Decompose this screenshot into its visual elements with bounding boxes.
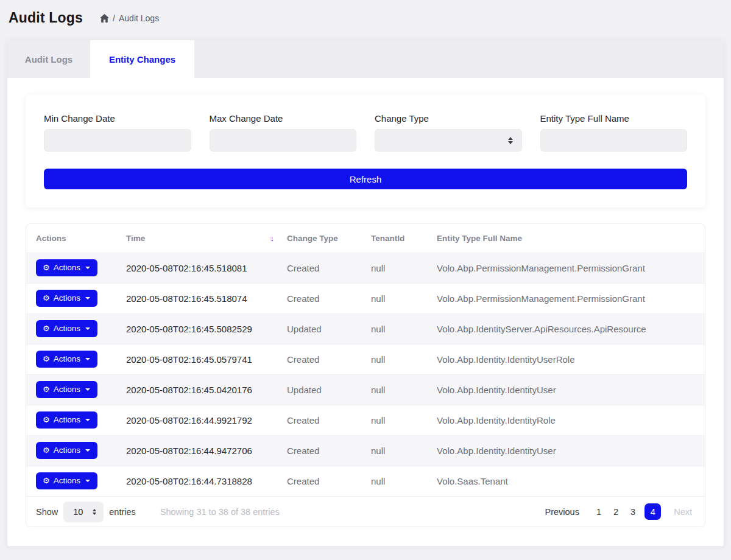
cell-tenant-id: null (361, 344, 427, 374)
cell-change-type: Updated (277, 313, 361, 344)
table-body: ⚙ Actions 2020-05-08T02:16:45.518081 Cre… (26, 253, 705, 496)
tab-audit-logs[interactable]: Audit Logs (7, 40, 90, 78)
cell-actions: ⚙ Actions (26, 466, 116, 496)
gear-icon: ⚙ (43, 264, 50, 271)
tab-entity-changes[interactable]: Entity Changes (90, 40, 194, 78)
table-row: ⚙ Actions 2020-05-08T02:16:44.9472706 Cr… (26, 435, 705, 466)
cell-entity-type: Volo.Abp.IdentityServer.ApiResources.Api… (427, 313, 705, 344)
pagination-page-2[interactable]: 2 (610, 505, 621, 519)
cell-actions: ⚙ Actions (26, 283, 116, 313)
column-header-change-type: Change Type (277, 224, 361, 253)
breadcrumb-current: Audit Logs (119, 13, 159, 23)
gear-icon: ⚙ (43, 294, 50, 302)
row-actions-button[interactable]: ⚙ Actions (36, 442, 97, 459)
cell-time: 2020-05-08T02:16:44.7318828 (116, 466, 277, 496)
change-type-select[interactable] (375, 129, 522, 152)
table-row: ⚙ Actions 2020-05-08T02:16:44.9921792 Cr… (26, 405, 705, 435)
table-header-row: Actions Time ↑↓ Change Type TenantId Ent… (26, 224, 705, 253)
column-header-entity-type: Entity Type Full Name (427, 224, 705, 253)
entries-label: entries (109, 507, 136, 517)
cell-entity-type: Volo.Abp.PermissionManagement.Permission… (427, 253, 705, 283)
filter-field-entity-type: Entity Type Full Name (540, 113, 688, 152)
pagination-page-4[interactable]: 4 (644, 503, 661, 520)
min-change-date-input[interactable] (44, 129, 191, 152)
cell-tenant-id: null (361, 466, 427, 496)
cell-time: 2020-05-08T02:16:45.0579741 (116, 344, 277, 374)
cell-change-type: Created (277, 435, 361, 466)
caret-down-icon (85, 449, 90, 452)
cell-change-type: Created (277, 405, 361, 435)
row-actions-button[interactable]: ⚙ Actions (36, 259, 97, 276)
cell-tenant-id: null (361, 313, 427, 344)
filter-panel: Min Change Date Max Change Date Change T… (26, 95, 705, 208)
cell-change-type: Updated (277, 374, 361, 405)
table-row: ⚙ Actions 2020-05-08T02:16:44.7318828 Cr… (26, 466, 705, 496)
entity-changes-table-card: Actions Time ↑↓ Change Type TenantId Ent… (26, 223, 705, 527)
caret-down-icon (85, 480, 90, 482)
change-type-label: Change Type (375, 113, 522, 124)
cell-tenant-id: null (361, 405, 427, 435)
cell-time: 2020-05-08T02:16:45.5082529 (116, 313, 277, 344)
column-header-time[interactable]: Time ↑↓ (116, 224, 277, 253)
pagination: Previous 1234 Next (542, 503, 695, 520)
cell-change-type: Created (277, 283, 361, 313)
gear-icon: ⚙ (43, 355, 50, 363)
cell-time: 2020-05-08T02:16:44.9921792 (116, 405, 277, 435)
gear-icon: ⚙ (43, 416, 50, 424)
table-row: ⚙ Actions 2020-05-08T02:16:45.518081 Cre… (26, 253, 705, 283)
home-icon[interactable] (100, 14, 109, 23)
cell-actions: ⚙ Actions (26, 313, 116, 344)
pagination-page-1[interactable]: 1 (593, 505, 604, 519)
page-size-updown-icon (93, 509, 96, 515)
filter-grid: Min Change Date Max Change Date Change T… (44, 113, 687, 152)
row-actions-button[interactable]: ⚙ Actions (36, 351, 97, 368)
cell-actions: ⚙ Actions (26, 374, 116, 405)
row-actions-button[interactable]: ⚙ Actions (36, 320, 97, 337)
pagination-previous[interactable]: Previous (542, 505, 582, 519)
cell-entity-type: Volo.Abp.Identity.IdentityUserRole (427, 344, 705, 374)
cell-change-type: Created (277, 344, 361, 374)
filter-field-change-type: Change Type (375, 113, 522, 152)
entity-type-label: Entity Type Full Name (540, 113, 688, 124)
cell-entity-type: Volo.Abp.Identity.IdentityUser (427, 435, 705, 466)
breadcrumb-separator: / (113, 13, 115, 23)
row-actions-button[interactable]: ⚙ Actions (36, 472, 97, 489)
row-actions-button[interactable]: ⚙ Actions (36, 411, 97, 429)
cell-actions: ⚙ Actions (26, 435, 116, 466)
filter-field-min-change-date: Min Change Date (44, 113, 191, 152)
entity-type-input[interactable] (540, 129, 688, 152)
caret-down-icon (85, 267, 90, 269)
table-row: ⚙ Actions 2020-05-08T02:16:45.0579741 Cr… (26, 344, 705, 374)
filter-field-max-change-date: Max Change Date (210, 113, 357, 152)
caret-down-icon (85, 358, 90, 360)
caret-down-icon (85, 327, 90, 330)
cell-actions: ⚙ Actions (26, 253, 116, 283)
caret-down-icon (85, 419, 90, 421)
page-size-select[interactable]: 10 (63, 502, 104, 522)
table-row: ⚙ Actions 2020-05-08T02:16:45.5082529 Up… (26, 313, 705, 344)
sort-icon[interactable]: ↑↓ (268, 234, 272, 243)
caret-down-icon (85, 297, 90, 299)
max-change-date-input[interactable] (210, 129, 357, 152)
table-row: ⚙ Actions 2020-05-08T02:16:45.518074 Cre… (26, 283, 705, 313)
cell-tenant-id: null (361, 435, 427, 466)
cell-tenant-id: null (361, 253, 427, 283)
row-actions-button[interactable]: ⚙ Actions (36, 290, 97, 307)
main-card: Audit Logs Entity Changes Min Change Dat… (7, 40, 724, 546)
gear-icon: ⚙ (43, 385, 50, 393)
cell-entity-type: Volo.Abp.Identity.IdentityRole (427, 405, 705, 435)
gear-icon: ⚙ (43, 446, 50, 454)
cell-change-type: Created (277, 466, 361, 496)
cell-tenant-id: null (361, 374, 427, 405)
pagination-page-3[interactable]: 3 (627, 505, 638, 519)
cell-entity-type: Volo.Abp.Identity.IdentityUser (427, 374, 705, 405)
cell-time: 2020-05-08T02:16:45.518074 (116, 283, 277, 313)
table-info: Showing 31 to 38 of 38 entries (160, 507, 280, 517)
cell-time: 2020-05-08T02:16:45.0420176 (116, 374, 277, 405)
row-actions-button[interactable]: ⚙ Actions (36, 381, 97, 398)
refresh-button[interactable]: Refresh (44, 169, 687, 189)
pagination-next[interactable]: Next (671, 505, 695, 519)
cell-tenant-id: null (361, 283, 427, 313)
breadcrumb: / Audit Logs (100, 13, 159, 23)
table-row: ⚙ Actions 2020-05-08T02:16:45.0420176 Up… (26, 374, 705, 405)
